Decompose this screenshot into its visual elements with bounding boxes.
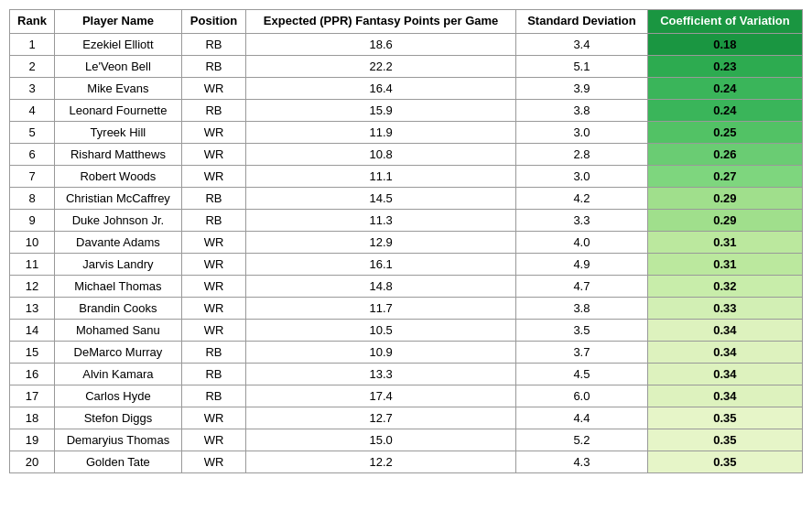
cell-rank: 20 bbox=[10, 451, 55, 472]
header-position: Position bbox=[181, 10, 245, 34]
cell-pts: 12.2 bbox=[246, 451, 516, 472]
cell-sd: 4.3 bbox=[516, 451, 648, 472]
cell-pos: RB bbox=[181, 363, 245, 385]
cell-rank: 5 bbox=[10, 121, 55, 143]
cell-cv: 0.24 bbox=[647, 99, 802, 121]
cell-pos: WR bbox=[181, 77, 245, 99]
cell-name: Mohamed Sanu bbox=[55, 319, 182, 341]
cell-pos: RB bbox=[181, 209, 245, 231]
cell-rank: 13 bbox=[10, 297, 55, 319]
cell-name: Carlos Hyde bbox=[55, 385, 182, 407]
cell-pos: WR bbox=[181, 165, 245, 187]
cell-sd: 5.2 bbox=[516, 429, 648, 451]
cell-name: Rishard Matthews bbox=[55, 143, 182, 165]
cell-cv: 0.35 bbox=[647, 429, 802, 451]
cell-cv: 0.29 bbox=[647, 187, 802, 209]
cell-sd: 4.2 bbox=[516, 187, 648, 209]
cell-pts: 15.0 bbox=[246, 429, 516, 451]
cell-rank: 1 bbox=[10, 33, 55, 55]
table-row: 16Alvin KamaraRB13.34.50.34 bbox=[10, 363, 803, 385]
cell-pts: 12.7 bbox=[246, 407, 516, 429]
header-pts: Expected (PPR) Fantasy Points per Game bbox=[246, 10, 516, 34]
cell-sd: 5.1 bbox=[516, 55, 648, 77]
cell-name: Jarvis Landry bbox=[55, 253, 182, 275]
cell-pos: RB bbox=[181, 187, 245, 209]
cell-rank: 18 bbox=[10, 407, 55, 429]
cell-rank: 2 bbox=[10, 55, 55, 77]
cell-name: Mike Evans bbox=[55, 77, 182, 99]
cell-pos: WR bbox=[181, 253, 245, 275]
cell-rank: 9 bbox=[10, 209, 55, 231]
cell-sd: 6.0 bbox=[516, 385, 648, 407]
cell-rank: 15 bbox=[10, 341, 55, 363]
cell-pts: 22.2 bbox=[246, 55, 516, 77]
cell-name: Robert Woods bbox=[55, 165, 182, 187]
header-rank: Rank bbox=[10, 10, 55, 34]
cell-sd: 2.8 bbox=[516, 143, 648, 165]
cell-sd: 4.5 bbox=[516, 363, 648, 385]
cell-sd: 3.8 bbox=[516, 297, 648, 319]
table-row: 13Brandin CooksWR11.73.80.33 bbox=[10, 297, 803, 319]
cell-pos: WR bbox=[181, 275, 245, 297]
table-row: 7Robert WoodsWR11.13.00.27 bbox=[10, 165, 803, 187]
cell-pos: WR bbox=[181, 297, 245, 319]
cell-rank: 16 bbox=[10, 363, 55, 385]
cell-pos: WR bbox=[181, 407, 245, 429]
cell-name: Ezekiel Elliott bbox=[55, 33, 182, 55]
cell-pos: RB bbox=[181, 341, 245, 363]
cell-cv: 0.34 bbox=[647, 363, 802, 385]
cell-cv: 0.18 bbox=[647, 33, 802, 55]
table-row: 1Ezekiel ElliottRB18.63.40.18 bbox=[10, 33, 803, 55]
cell-pos: WR bbox=[181, 429, 245, 451]
table-row: 10Davante AdamsWR12.94.00.31 bbox=[10, 231, 803, 253]
cell-cv: 0.34 bbox=[647, 385, 802, 407]
cell-cv: 0.33 bbox=[647, 297, 802, 319]
cell-cv: 0.31 bbox=[647, 231, 802, 253]
cell-sd: 3.0 bbox=[516, 121, 648, 143]
cell-pos: WR bbox=[181, 121, 245, 143]
cell-cv: 0.23 bbox=[647, 55, 802, 77]
cell-sd: 3.9 bbox=[516, 77, 648, 99]
cell-name: Leonard Fournette bbox=[55, 99, 182, 121]
table-row: 18Stefon DiggsWR12.74.40.35 bbox=[10, 407, 803, 429]
cell-pts: 16.1 bbox=[246, 253, 516, 275]
cell-name: DeMarco Murray bbox=[55, 341, 182, 363]
cell-pos: RB bbox=[181, 385, 245, 407]
cell-pts: 14.8 bbox=[246, 275, 516, 297]
cell-pts: 10.8 bbox=[246, 143, 516, 165]
table-row: 2Le'Veon BellRB22.25.10.23 bbox=[10, 55, 803, 77]
table-row: 17Carlos HydeRB17.46.00.34 bbox=[10, 385, 803, 407]
cell-pts: 18.6 bbox=[246, 33, 516, 55]
cell-cv: 0.24 bbox=[647, 77, 802, 99]
cell-pts: 10.9 bbox=[246, 341, 516, 363]
cell-name: Alvin Kamara bbox=[55, 363, 182, 385]
cell-cv: 0.34 bbox=[647, 319, 802, 341]
cell-pos: WR bbox=[181, 143, 245, 165]
table-row: 6Rishard MatthewsWR10.82.80.26 bbox=[10, 143, 803, 165]
cell-sd: 3.8 bbox=[516, 99, 648, 121]
cell-name: Christian McCaffrey bbox=[55, 187, 182, 209]
cell-rank: 10 bbox=[10, 231, 55, 253]
table-row: 9Duke Johnson Jr.RB11.33.30.29 bbox=[10, 209, 803, 231]
cell-rank: 14 bbox=[10, 319, 55, 341]
cell-pts: 11.3 bbox=[246, 209, 516, 231]
cell-name: Demaryius Thomas bbox=[55, 429, 182, 451]
cell-pts: 11.9 bbox=[246, 121, 516, 143]
cell-pts: 11.7 bbox=[246, 297, 516, 319]
cell-name: Golden Tate bbox=[55, 451, 182, 472]
cell-name: Tyreek Hill bbox=[55, 121, 182, 143]
cell-name: Michael Thomas bbox=[55, 275, 182, 297]
cell-pts: 13.3 bbox=[246, 363, 516, 385]
cell-rank: 19 bbox=[10, 429, 55, 451]
table-row: 20Golden TateWR12.24.30.35 bbox=[10, 451, 803, 472]
cell-name: Le'Veon Bell bbox=[55, 55, 182, 77]
table-row: 5Tyreek HillWR11.93.00.25 bbox=[10, 121, 803, 143]
cell-name: Davante Adams bbox=[55, 231, 182, 253]
header-sd: Standard Deviation bbox=[516, 10, 648, 34]
cell-sd: 3.5 bbox=[516, 319, 648, 341]
header-player: Player Name bbox=[55, 10, 182, 34]
cell-cv: 0.35 bbox=[647, 407, 802, 429]
cell-rank: 8 bbox=[10, 187, 55, 209]
cell-sd: 4.4 bbox=[516, 407, 648, 429]
cell-cv: 0.35 bbox=[647, 451, 802, 472]
